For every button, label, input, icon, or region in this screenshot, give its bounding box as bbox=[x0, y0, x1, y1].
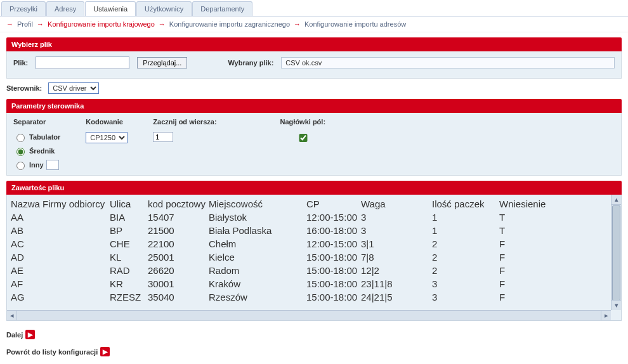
arrow-right-icon: → bbox=[37, 20, 44, 28]
scroll-right-icon[interactable]: ▸ bbox=[601, 311, 611, 320]
scroll-up-icon[interactable]: ▴ bbox=[612, 195, 621, 205]
table-cell: Chełm bbox=[209, 237, 306, 250]
scroll-down-icon[interactable]: ▾ bbox=[612, 300, 621, 310]
next-button[interactable]: Dalej ▶ bbox=[6, 330, 622, 339]
table-row: AERAD26620Radom15:00-18:0012|22F bbox=[11, 264, 607, 277]
table-cell: 3 bbox=[432, 277, 499, 290]
custom-separator-input[interactable] bbox=[46, 160, 59, 170]
table-cell: 24|21|5 bbox=[361, 290, 432, 304]
horizontal-scrollbar[interactable]: ◂ ▸ bbox=[7, 310, 611, 320]
table-cell: 16:00-18:00 bbox=[306, 224, 361, 237]
radio-tabulator-label: Tabulator bbox=[29, 133, 60, 141]
table-cell: Rzeszów bbox=[209, 290, 306, 304]
breadcrumb-profil[interactable]: Profil bbox=[17, 20, 33, 28]
panel-wybierz-plik: Wybierz plik Plik: Przeglądaj... Wybrany… bbox=[6, 37, 622, 79]
scroll-thumb[interactable] bbox=[612, 205, 620, 301]
table-cell: F bbox=[499, 277, 607, 290]
table-cell: 2 bbox=[432, 250, 499, 264]
tab-adresy[interactable]: Adresy bbox=[46, 1, 84, 16]
col-header: Ilość paczek bbox=[432, 197, 499, 211]
table-cell: F bbox=[499, 250, 607, 264]
scroll-left-icon[interactable]: ◂ bbox=[7, 311, 17, 320]
table-cell: 15407 bbox=[148, 211, 209, 224]
table-cell: Kielce bbox=[209, 250, 306, 264]
encoding-select[interactable]: CP1250 bbox=[86, 132, 128, 143]
table-cell: 15:00-18:00 bbox=[306, 264, 361, 277]
arrow-right-icon: → bbox=[6, 20, 13, 28]
table-cell: 15:00-18:00 bbox=[306, 290, 361, 304]
table-cell: RAD bbox=[110, 264, 148, 277]
table-cell: KL bbox=[110, 250, 148, 264]
panel-header-params: Parametry sterownika bbox=[6, 99, 622, 113]
tab-ustawienia[interactable]: Ustawienia bbox=[85, 1, 136, 16]
col-header: kod pocztowy bbox=[148, 197, 209, 211]
table-cell: Biała Podlaska bbox=[209, 224, 306, 237]
table-cell: 22100 bbox=[148, 237, 209, 250]
file-path-input[interactable] bbox=[36, 56, 129, 69]
table-row: ADKL25001Kielce15:00-18:007|82F bbox=[11, 250, 607, 264]
table-cell: BIA bbox=[110, 211, 148, 224]
breadcrumb-import-zagraniczny[interactable]: Konfigurowanie importu zagranicznego bbox=[169, 20, 290, 28]
col-header: Wniesienie bbox=[499, 197, 607, 211]
radio-srednik-label: Średnik bbox=[29, 147, 55, 155]
back-label: Powrót do listy konfiguracji bbox=[6, 348, 98, 356]
table-cell: 12:00-15:00 bbox=[306, 211, 361, 224]
label-start-row: Zacznij od wiersza: bbox=[153, 118, 216, 126]
col-header: CP bbox=[306, 197, 361, 211]
tab-uzytkownicy[interactable]: Użytkownicy bbox=[136, 1, 192, 16]
tab-przesylki[interactable]: Przesyłki bbox=[1, 1, 46, 16]
table-row: ACCHE22100Chełm12:00-15:003|12F bbox=[11, 237, 607, 250]
table-cell: Radom bbox=[209, 264, 306, 277]
tab-departamenty[interactable]: Departamenty bbox=[192, 1, 252, 16]
col-header: Waga bbox=[361, 197, 432, 211]
label-plik: Plik: bbox=[13, 59, 28, 67]
panel-header-file: Wybierz plik bbox=[6, 37, 622, 51]
next-label: Dalej bbox=[6, 331, 23, 339]
table-cell: 1 bbox=[432, 211, 499, 224]
panel-zawartosc: Zawartośc pliku Nazwa Firmy odbiorcy Uli… bbox=[6, 181, 622, 321]
table-cell: T bbox=[499, 211, 607, 224]
table-row: ABBP21500Biała Podlaska16:00-18:0031T bbox=[11, 224, 607, 237]
browse-button[interactable]: Przeglądaj... bbox=[137, 57, 187, 68]
table-cell: AF bbox=[11, 277, 110, 290]
label-wybrany-plik: Wybrany plik: bbox=[228, 59, 273, 67]
table-cell: AE bbox=[11, 264, 110, 277]
table-cell: 2 bbox=[432, 237, 499, 250]
table-cell: 3 bbox=[361, 211, 432, 224]
table-cell: AB bbox=[11, 224, 110, 237]
radio-srednik[interactable]: Średnik bbox=[13, 146, 60, 156]
table-cell: Białystok bbox=[209, 211, 306, 224]
breadcrumb-import-krajowy[interactable]: Konfigurowanie importu krajowego bbox=[48, 20, 155, 28]
col-header: Nazwa Firmy odbiorcy bbox=[11, 197, 110, 211]
table-cell: 1 bbox=[432, 224, 499, 237]
panel-parametry: Parametry sterownika Separator Tabulator… bbox=[6, 99, 622, 176]
arrow-right-icon: → bbox=[159, 20, 166, 28]
vertical-scrollbar[interactable]: ▴ ▾ bbox=[611, 195, 621, 310]
start-row-input[interactable] bbox=[153, 132, 173, 142]
col-header: Miejscowość bbox=[209, 197, 306, 211]
driver-select[interactable]: CSV driver bbox=[48, 82, 99, 94]
breadcrumb-import-adresow[interactable]: Konfigurowanie importu adresów bbox=[304, 20, 406, 28]
footer-links: Dalej ▶ Powrót do listy konfiguracji ▶ bbox=[6, 330, 622, 356]
label-separator: Separator bbox=[13, 118, 60, 126]
table-row: AFKR30001Kraków15:00-18:0023|11|83F bbox=[11, 277, 607, 290]
table-cell: F bbox=[499, 290, 607, 304]
radio-tabulator[interactable]: Tabulator bbox=[13, 132, 60, 142]
table-cell: T bbox=[499, 224, 607, 237]
radio-inny[interactable]: Inny bbox=[13, 160, 60, 170]
selected-file-input[interactable] bbox=[281, 57, 615, 68]
table-cell: AG bbox=[11, 290, 110, 304]
col-header: Ulica bbox=[110, 197, 148, 211]
table-cell: 35040 bbox=[148, 290, 209, 304]
table-cell: F bbox=[499, 264, 607, 277]
radio-inny-label: Inny bbox=[29, 161, 44, 169]
label-kodowanie: Kodowanie bbox=[86, 118, 128, 126]
headers-checkbox[interactable] bbox=[283, 134, 324, 142]
back-button[interactable]: Powrót do listy konfiguracji ▶ bbox=[6, 347, 622, 356]
driver-row: Sterownik: CSV driver bbox=[6, 82, 622, 94]
table-cell: F bbox=[499, 237, 607, 250]
file-content-grid: Nazwa Firmy odbiorcy Ulica kod pocztowy … bbox=[7, 195, 611, 320]
table-cell: Kraków bbox=[209, 277, 306, 290]
arrow-right-icon: ▶ bbox=[25, 330, 35, 339]
table-cell: 12|2 bbox=[361, 264, 432, 277]
